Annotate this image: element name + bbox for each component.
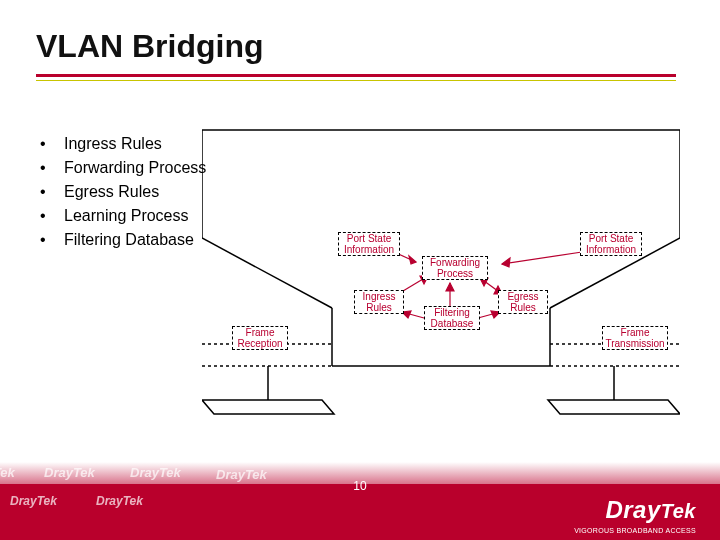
diagram-box-filtering-database: FilteringDatabase bbox=[424, 306, 480, 330]
bullet-icon: • bbox=[40, 180, 64, 204]
svg-marker-19 bbox=[502, 258, 510, 267]
title-underline-accent bbox=[36, 80, 676, 81]
brand-ghost-logo: DrayTek bbox=[96, 494, 143, 508]
bullet-text: Forwarding Process bbox=[64, 156, 206, 180]
bullet-text: Ingress Rules bbox=[64, 132, 162, 156]
svg-line-3 bbox=[202, 238, 332, 308]
diagram-box-egress-rules: EgressRules bbox=[498, 290, 548, 314]
bullet-text: Learning Process bbox=[64, 204, 189, 228]
brand-logo-part-a: Dray bbox=[605, 496, 660, 523]
svg-line-18 bbox=[502, 252, 582, 264]
list-item: •Filtering Database bbox=[40, 228, 206, 252]
bullet-icon: • bbox=[40, 132, 64, 156]
svg-marker-11 bbox=[202, 400, 334, 414]
diagram-box-forwarding-process: ForwardingProcess bbox=[422, 256, 488, 280]
bullet-icon: • bbox=[40, 156, 64, 180]
diagram-box-port-state-right: Port StateInformation bbox=[580, 232, 642, 256]
page-number: 10 bbox=[0, 479, 720, 493]
brand-tagline: VIGOROUS BROADBAND ACCESS bbox=[574, 527, 696, 534]
brand-logo: DrayTek bbox=[605, 498, 696, 522]
svg-marker-17 bbox=[409, 256, 416, 264]
bullet-list: •Ingress Rules •Forwarding Process •Egre… bbox=[40, 132, 206, 252]
diagram-box-port-state-left: Port StateInformation bbox=[338, 232, 400, 256]
bullet-icon: • bbox=[40, 228, 64, 252]
svg-marker-12 bbox=[548, 400, 680, 414]
bullet-icon: • bbox=[40, 204, 64, 228]
list-item: •Forwarding Process bbox=[40, 156, 206, 180]
bullet-text: Filtering Database bbox=[64, 228, 194, 252]
svg-marker-26 bbox=[446, 283, 454, 291]
list-item: •Egress Rules bbox=[40, 180, 206, 204]
diagram-box-frame-transmission: FrameTransmission bbox=[602, 326, 668, 350]
page-title: VLAN Bridging bbox=[36, 28, 264, 65]
brand-logo-part-b: Tek bbox=[661, 500, 696, 522]
slide: VLAN Bridging •Ingress Rules •Forwarding… bbox=[0, 0, 720, 540]
brand-ghost-logo: DrayTek bbox=[10, 494, 57, 508]
list-item: •Learning Process bbox=[40, 204, 206, 228]
brand-ghost-logo: DrayTek bbox=[44, 465, 95, 480]
vlan-bridging-diagram: Port StateInformation Port StateInformat… bbox=[202, 128, 680, 428]
bullet-text: Egress Rules bbox=[64, 180, 159, 204]
brand-ghost-logo: DrayTek bbox=[0, 465, 15, 480]
brand-ghost-logo: DrayTek bbox=[130, 465, 181, 480]
title-underline-primary bbox=[36, 74, 676, 77]
diagram-box-frame-reception: FrameReception bbox=[232, 326, 288, 350]
list-item: •Ingress Rules bbox=[40, 132, 206, 156]
diagram-box-ingress-rules: IngressRules bbox=[354, 290, 404, 314]
